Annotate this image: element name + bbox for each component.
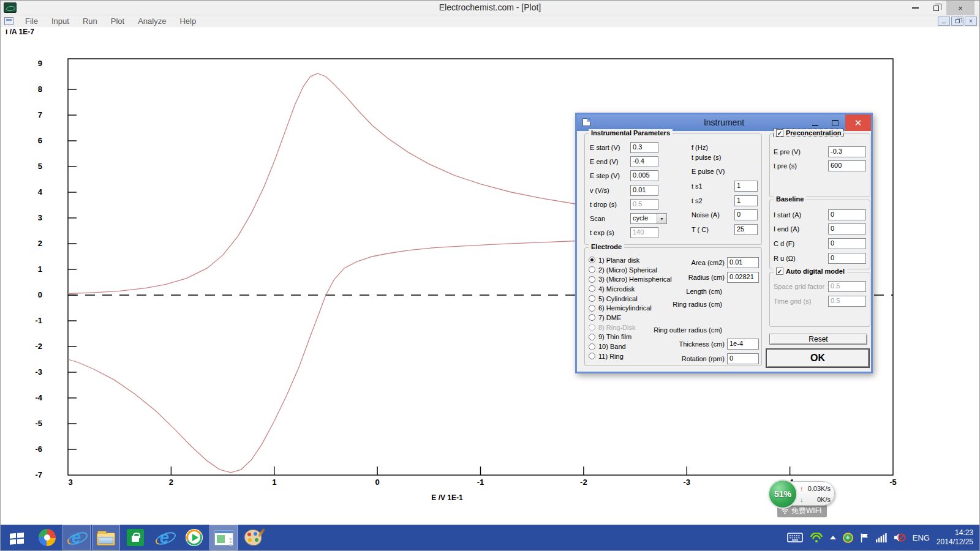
menu-item-help[interactable]: Help xyxy=(173,17,203,26)
field-label-ring-outter-radius-cm: Ring outter radius (cm) xyxy=(654,326,722,334)
taskbar-video-player[interactable] xyxy=(180,525,208,550)
field-row-r-u: R u (Ω)0 xyxy=(774,253,866,264)
auto-digital-checkbox[interactable]: ✓ xyxy=(776,268,783,275)
input-e-pre-v[interactable]: -0.3 xyxy=(828,146,866,157)
taskbar-electrochemist-app[interactable] xyxy=(209,525,238,550)
chevron-up-icon[interactable] xyxy=(830,536,836,539)
volume-muted-icon[interactable] xyxy=(894,532,906,543)
y-tick-label: 0 xyxy=(38,290,42,299)
taskbar-file-explorer[interactable] xyxy=(92,525,120,550)
signal-bars-icon[interactable] xyxy=(876,533,887,542)
field-label-t-pre-s: t pre (s) xyxy=(774,162,828,170)
taskbar-windows-store[interactable] xyxy=(121,525,149,550)
input-t-c[interactable]: 25 xyxy=(734,224,758,235)
flag-icon[interactable] xyxy=(860,533,869,543)
input-t-s2[interactable]: 1 xyxy=(734,195,758,206)
mdi-restore-icon xyxy=(956,19,960,23)
input-time-grid-s[interactable]: 0.5 xyxy=(828,296,866,307)
reset-button[interactable]: Reset xyxy=(769,334,867,345)
field-label-ring-radius-cm: Ring radius (cm) xyxy=(673,301,722,308)
field-row-rotation-rpm: Rotation (rpm)0 xyxy=(682,353,759,364)
mdi-minimize-button[interactable] xyxy=(938,17,950,26)
group-instrumental-parameters: Instrumental Parameters E start (V)0.3E … xyxy=(584,133,762,245)
y-tick-label: -3 xyxy=(35,367,42,377)
field-row-t-pulse-s: t pulse (s) xyxy=(692,152,758,163)
input-rotation-rpm[interactable]: 0 xyxy=(727,353,759,364)
y-tick-label: 4 xyxy=(38,187,43,197)
taskbar-internet-explorer[interactable]: e xyxy=(62,525,91,550)
y-tick-label: -1 xyxy=(35,316,42,325)
input-e-start-v[interactable]: 0.3 xyxy=(630,142,658,153)
x-tick-label: -1 xyxy=(477,478,484,487)
scan-select[interactable]: cycle▼ xyxy=(630,213,667,224)
field-row-e-end-v: E end (V)-0.4 xyxy=(585,154,688,168)
preconcentration-checkbox[interactable]: ✓ xyxy=(776,129,783,137)
field-row-t-exp-s: t exp (s)140 xyxy=(585,226,688,240)
language-indicator[interactable]: ENG xyxy=(913,533,930,542)
x-tick-label: 3 xyxy=(68,478,72,487)
field-label-time-grid-s: Time grid (s) xyxy=(774,298,828,305)
net-speed-widget[interactable]: 51% ↑ 0.03K/s ↓ 0K/s xyxy=(769,481,835,506)
input-t-exp-s[interactable]: 140 xyxy=(630,227,658,238)
input-noise-a[interactable]: 0 xyxy=(734,209,758,220)
menu-item-input[interactable]: Input xyxy=(45,17,76,26)
mdi-close-button[interactable]: × xyxy=(965,17,977,26)
taskbar-paint[interactable] xyxy=(239,525,267,550)
dialog-maximize-button[interactable] xyxy=(826,114,844,131)
menu-item-analyze[interactable]: Analyze xyxy=(131,17,173,26)
field-label-t-s2: t s2 xyxy=(692,197,734,204)
internet-explorer-icon: e xyxy=(67,528,86,547)
input-t-drop-s[interactable]: 0.5 xyxy=(630,199,658,210)
field-label-i-start-a: I start (A) xyxy=(774,211,828,219)
taskbar-internet-explorer-desktop[interactable]: e xyxy=(151,525,179,550)
input-r-u[interactable]: 0 xyxy=(828,253,866,264)
field-label-scan: Scan xyxy=(590,215,630,222)
menu-item-plot[interactable]: Plot xyxy=(104,17,131,26)
field-label-c-d-f: C d (F) xyxy=(774,240,828,247)
input-space-grid-factor[interactable]: 0.5 xyxy=(828,281,866,292)
y-tick-label: 8 xyxy=(38,84,42,94)
input-i-end-a[interactable]: 0 xyxy=(828,223,866,234)
close-icon: × xyxy=(958,4,963,13)
wifi-icon[interactable] xyxy=(810,533,823,543)
download-arrow-icon: ↓ xyxy=(800,496,804,503)
minimize-button[interactable] xyxy=(905,1,925,15)
y-tick-label: -4 xyxy=(35,393,42,402)
taskbar-pinwheel-browser[interactable] xyxy=(33,525,61,550)
dialog-minimize-button[interactable] xyxy=(806,114,824,131)
field-row-ring-outter-radius-cm: Ring outter radius (cm) xyxy=(654,324,759,335)
dropdown-arrow-icon[interactable]: ▼ xyxy=(657,214,666,223)
input-v-v-s[interactable]: 0.01 xyxy=(630,185,658,196)
field-row-scan: Scancycle▼ xyxy=(585,211,688,225)
restore-button[interactable] xyxy=(925,1,946,15)
field-label-rotation-rpm: Rotation (rpm) xyxy=(682,355,725,362)
field-label-radius-cm: Radius (cm) xyxy=(688,274,725,281)
group-baseline: Baseline I start (A)0I end (A)0C d (F)0R… xyxy=(769,200,870,269)
instrument-dialog-titlebar[interactable]: Instrument ✕ xyxy=(577,114,871,131)
plot-window-icon[interactable] xyxy=(4,17,13,25)
input-thickness-cm[interactable]: 1e-4 xyxy=(727,339,759,350)
dialog-close-button[interactable]: ✕ xyxy=(845,114,871,131)
input-t-pre-s[interactable]: 600 xyxy=(828,160,866,171)
x-axis-title: E /V 1E-1 xyxy=(1,493,894,502)
menu-item-run[interactable]: Run xyxy=(76,17,104,26)
close-button[interactable]: × xyxy=(946,1,974,15)
menu-item-file[interactable]: File xyxy=(18,17,45,26)
input-radius-cm[interactable]: 0.02821 xyxy=(727,272,759,283)
input-area-cm2[interactable]: 0.01 xyxy=(727,257,759,268)
safety-coin-icon[interactable]: + xyxy=(843,533,853,543)
mdi-restore-button[interactable] xyxy=(951,17,963,26)
input-t-s1[interactable]: 1 xyxy=(734,181,758,192)
start-button[interactable] xyxy=(1,525,32,550)
field-row-noise-a: Noise (A)0 xyxy=(692,209,758,220)
input-i-start-a[interactable]: 0 xyxy=(828,209,866,220)
scan-select-value: cycle xyxy=(631,214,657,223)
dialog-maximize-icon xyxy=(832,120,839,126)
clock[interactable]: 14:23 2014/12/25 xyxy=(937,528,973,547)
input-e-end-v[interactable]: -0.4 xyxy=(630,156,658,167)
touch-keyboard-icon[interactable] xyxy=(787,532,803,543)
taskbar: ee + xyxy=(1,525,979,550)
input-e-step-v[interactable]: 0.005 xyxy=(630,170,658,181)
input-c-d-f[interactable]: 0 xyxy=(828,238,866,249)
ok-button[interactable]: OK xyxy=(766,348,870,368)
